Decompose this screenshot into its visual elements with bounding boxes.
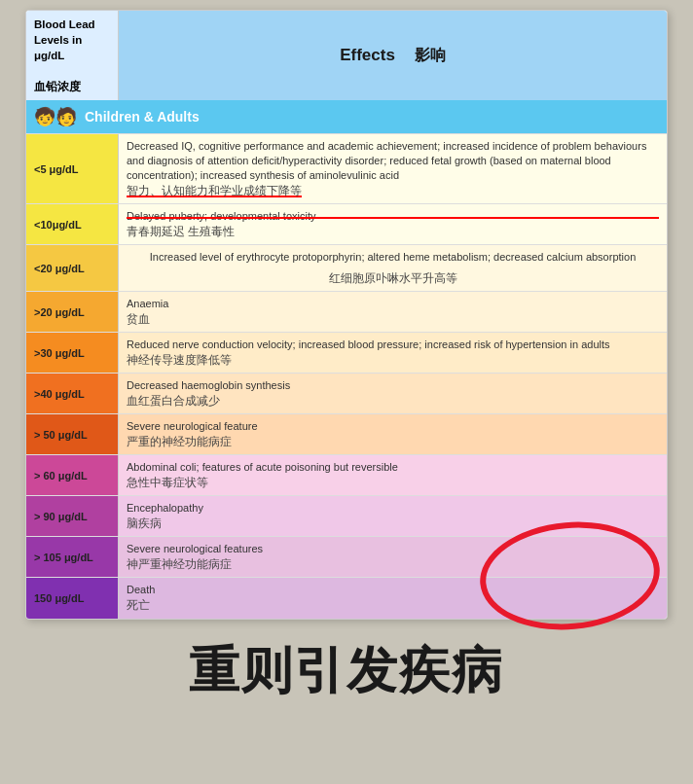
table-row: <10μg/dL Delayed puberty; developmental …: [26, 203, 667, 244]
children-adults-label: Children & Adults: [85, 109, 200, 125]
effects-label-en: Effects: [340, 46, 395, 65]
level-cell-3: >20 μg/dL: [26, 292, 119, 332]
effect-zh-1: 青春期延迟 生殖毒性: [127, 224, 659, 239]
bottom-title: 重则引发疾病: [189, 637, 504, 705]
effect-cell-3: Anaemia 贫血: [119, 292, 667, 332]
table-row: <5 μg/dL Decreased IQ, cognitive perform…: [26, 133, 667, 203]
effect-en-4: Reduced nerve conduction velocity; incre…: [127, 338, 659, 352]
effect-zh-2: 红细胞原卟啉水平升高等: [329, 270, 457, 286]
level-cell-7: > 60 μg/dL: [26, 455, 119, 495]
level-cell-10: 150 μg/dL: [26, 578, 119, 618]
effect-cell-9: Severe neurological features 神严重神经功能病症: [119, 537, 667, 577]
effect-en-2: Increased level of erythrocyte protoporp…: [150, 250, 637, 265]
effect-zh-7: 急性中毒症状等: [127, 475, 659, 490]
effect-cell-5: Decreased haemoglobin synthesis 血红蛋白合成减少: [119, 374, 667, 413]
children-icon: 🧒🧑: [34, 106, 77, 127]
table-row: >30 μg/dL Reduced nerve conduction veloc…: [26, 332, 667, 373]
effect-cell-10: Death 死亡: [119, 578, 667, 618]
level-header: Blood Lead Levels in μg/dL 血铅浓度: [26, 11, 119, 100]
effect-zh-5: 血红蛋白合成减少: [127, 393, 659, 409]
effect-cell-2: Increased level of erythrocyte protoporp…: [119, 245, 667, 291]
level-cell-2: <20 μg/dL: [26, 245, 119, 291]
table-row: <20 μg/dL Increased level of erythrocyte…: [26, 244, 667, 291]
effect-en-7: Abdominal coli; features of acute poison…: [127, 460, 659, 475]
effect-zh-0: 智力、认知能力和学业成绩下降等: [127, 183, 659, 198]
level-cell-8: > 90 μg/dL: [26, 496, 119, 536]
effect-en-10: Death: [127, 583, 659, 597]
effect-en-5: Decreased haemoglobin synthesis: [127, 378, 659, 393]
table-row: >20 μg/dL Anaemia 贫血: [26, 291, 667, 332]
table-row: > 105 μg/dL Severe neurological features…: [26, 536, 667, 577]
level-cell-5: >40 μg/dL: [26, 374, 119, 413]
effect-zh-3: 贫血: [127, 311, 659, 327]
effect-en-6: Severe neurological feature: [127, 419, 659, 434]
table-row: > 90 μg/dL Encephalopathy 脑疾病: [26, 495, 667, 536]
effect-en-3: Anaemia: [127, 297, 659, 311]
effect-zh-8: 脑疾病: [127, 516, 659, 531]
effect-en-0: Decreased IQ, cognitive performance and …: [127, 139, 659, 183]
table-row: >40 μg/dL Decreased haemoglobin synthesi…: [26, 373, 667, 413]
effect-zh-4: 神经传导速度降低等: [127, 352, 659, 368]
effect-cell-0: Decreased IQ, cognitive performance and …: [119, 134, 667, 203]
effect-cell-6: Severe neurological feature 严重的神经功能病症: [119, 414, 667, 454]
effect-cell-7: Abdominal coli; features of acute poison…: [119, 455, 667, 495]
level-cell-1: <10μg/dL: [26, 204, 119, 244]
level-cell-0: <5 μg/dL: [26, 134, 119, 203]
lead-effects-table: Blood Lead Levels in μg/dL 血铅浓度 Effects …: [25, 10, 668, 620]
table-row: > 60 μg/dL Abdominal coli; features of a…: [26, 454, 667, 495]
effect-en-8: Encephalopathy: [127, 501, 659, 516]
effects-header: Effects 影响: [119, 11, 667, 100]
level-header-text: Blood Lead Levels in μg/dL 血铅浓度: [34, 18, 95, 92]
effect-en-9: Severe neurological features: [127, 542, 659, 556]
table-header: Blood Lead Levels in μg/dL 血铅浓度 Effects …: [26, 11, 667, 100]
effect-zh-10: 死亡: [127, 597, 659, 613]
effect-cell-1: Delayed puberty; developmental toxicity …: [119, 204, 667, 244]
effect-cell-4: Reduced nerve conduction velocity; incre…: [119, 333, 667, 373]
level-cell-6: > 50 μg/dL: [26, 414, 119, 454]
effect-cell-8: Encephalopathy 脑疾病: [119, 496, 667, 536]
table-row: 150 μg/dL Death 死亡: [26, 577, 667, 618]
effects-label-zh: 影响: [415, 46, 446, 66]
level-cell-4: >30 μg/dL: [26, 333, 119, 373]
table-row: > 50 μg/dL Severe neurological feature 严…: [26, 413, 667, 454]
effect-zh-6: 严重的神经功能病症: [127, 434, 659, 449]
level-cell-9: > 105 μg/dL: [26, 537, 119, 577]
effect-en-1: Delayed puberty; developmental toxicity: [127, 209, 659, 224]
children-adults-row: 🧒🧑 Children & Adults: [26, 100, 667, 133]
effect-zh-9: 神严重神经功能病症: [127, 556, 659, 572]
